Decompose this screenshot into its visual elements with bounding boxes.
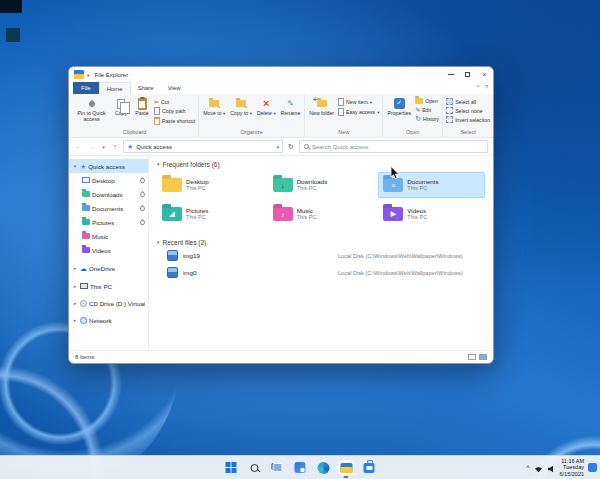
- open-button[interactable]: Open: [415, 98, 439, 104]
- taskbar-search-button[interactable]: [246, 459, 263, 476]
- chevron-right-icon[interactable]: ▸: [72, 300, 78, 306]
- up-button[interactable]: ↑: [110, 143, 120, 150]
- move-to-button[interactable]: → Move to ▾: [202, 96, 226, 128]
- sidebar-item-videos[interactable]: Videos: [69, 243, 148, 257]
- edit-button[interactable]: ✎ Edit: [415, 106, 439, 113]
- folder-tile-pictures[interactable]: ◢ Pictures This PC: [157, 201, 264, 227]
- search-box[interactable]: [299, 140, 488, 153]
- delete-button[interactable]: × Delete ▾: [256, 96, 277, 128]
- hidden-icons-chevron[interactable]: ^: [526, 464, 529, 471]
- select-none-button[interactable]: Select none: [446, 107, 490, 114]
- maximize-button[interactable]: [459, 67, 476, 82]
- titlebar[interactable]: ▾ File Explorer ×: [69, 67, 493, 82]
- status-bar: 8 items: [69, 350, 493, 363]
- music-note-icon: ♪: [273, 207, 293, 221]
- sidebar-item-this-pc[interactable]: ▸ This PC: [69, 279, 148, 293]
- help-icon[interactable]: ?: [485, 84, 488, 90]
- pin-to-quick-access-button[interactable]: Pin to Quick access: [74, 96, 109, 128]
- details-view-button[interactable]: [468, 354, 476, 360]
- folder-tile-desktop[interactable]: Desktop This PC: [157, 172, 264, 198]
- edge-button[interactable]: [315, 459, 332, 476]
- rename-button[interactable]: ✎ Rename: [280, 96, 302, 128]
- recent-file-img19[interactable]: img19 Local Disk (C:\Windows\Web\Wallpap…: [157, 247, 485, 264]
- search-input[interactable]: [312, 144, 483, 150]
- tab-share[interactable]: Share: [131, 82, 161, 94]
- easy-access-button[interactable]: Easy access ▾: [338, 108, 379, 116]
- paste-shortcut-button[interactable]: Paste shortcut: [154, 117, 195, 125]
- invert-selection-button[interactable]: Invert selection: [446, 116, 490, 123]
- thumbnails-view-button[interactable]: [479, 354, 487, 360]
- tab-view[interactable]: View: [161, 82, 188, 94]
- delete-icon: ×: [263, 98, 269, 109]
- sidebar-item-documents[interactable]: Documents: [69, 201, 148, 215]
- group-label: Select: [446, 128, 490, 137]
- sidebar-item-cd-drive[interactable]: ▸ CD Drive (D:) Virtual: [69, 296, 148, 310]
- tab-home[interactable]: Home: [99, 82, 131, 94]
- copy-path-button[interactable]: Copy path: [154, 107, 195, 115]
- task-view-button[interactable]: [269, 459, 286, 476]
- qat-dropdown-icon[interactable]: ▾: [87, 72, 90, 78]
- store-button[interactable]: [361, 459, 378, 476]
- new-folder-button[interactable]: + New folder: [308, 96, 335, 128]
- start-button[interactable]: [223, 459, 240, 476]
- minimize-button[interactable]: [442, 67, 459, 82]
- forward-button[interactable]: →: [87, 143, 97, 150]
- copy-button[interactable]: Copy: [112, 96, 130, 128]
- documents-folder-icon: [82, 205, 90, 211]
- chevron-right-icon[interactable]: ▸: [72, 265, 78, 271]
- windows-logo-icon: [226, 462, 237, 473]
- cut-button[interactable]: ✂ Cut: [154, 98, 195, 105]
- widgets-button[interactable]: [292, 459, 309, 476]
- wifi-icon[interactable]: [534, 459, 543, 477]
- file-name: img19: [183, 252, 333, 259]
- invert-selection-icon: [446, 116, 453, 123]
- breadcrumb[interactable]: Quick access: [136, 144, 172, 150]
- ribbon-group-open: ✓ Properties Open ✎ Edit ↻: [383, 95, 443, 137]
- notification-badge[interactable]: [588, 463, 597, 472]
- select-none-icon: [446, 107, 453, 114]
- folder-tile-music[interactable]: ♪ Music This PC: [268, 201, 375, 227]
- window-title: File Explorer: [95, 72, 129, 78]
- recent-locations-dropdown[interactable]: ▾: [100, 144, 107, 150]
- close-button[interactable]: ×: [476, 67, 493, 82]
- sidebar-item-quick-access[interactable]: ▾ ★ Quick access: [69, 159, 148, 173]
- paste-button[interactable]: Paste: [133, 96, 151, 128]
- sidebar-item-pictures[interactable]: Pictures: [69, 215, 148, 229]
- sidebar-item-network[interactable]: ▸ Network: [69, 313, 148, 327]
- group-label: Open: [386, 128, 439, 137]
- folder-tile-videos[interactable]: ▶ Videos This PC: [378, 201, 485, 227]
- videos-folder-icon: [82, 247, 90, 253]
- pin-icon: [139, 176, 146, 183]
- recent-file-img0[interactable]: img0 Local Disk (C:\Windows\Web\Wallpape…: [157, 264, 485, 281]
- address-bar: ← → ▾ ↑ ★ Quick access ▾ ↻: [69, 138, 493, 156]
- button-label: Edit: [422, 107, 431, 113]
- collapse-ribbon-icon[interactable]: ^: [477, 84, 480, 90]
- folder-tile-downloads[interactable]: ↓ Downloads This PC: [268, 172, 375, 198]
- volume-icon[interactable]: [547, 459, 556, 477]
- sidebar-item-music[interactable]: Music: [69, 229, 148, 243]
- copy-to-button[interactable]: → Copy to ▾: [229, 96, 253, 128]
- recent-files-header[interactable]: ▾ Recent files (2): [157, 237, 485, 247]
- address-box[interactable]: ★ Quick access ▾: [123, 140, 283, 153]
- chevron-down-icon[interactable]: ▾: [72, 163, 78, 169]
- back-button[interactable]: ←: [74, 143, 84, 150]
- file-explorer-taskbar-button[interactable]: [338, 459, 355, 476]
- arrow-icon: →: [216, 103, 222, 109]
- sidebar-item-downloads[interactable]: Downloads: [69, 187, 148, 201]
- button-label: Cut: [161, 99, 169, 105]
- sidebar-item-onedrive[interactable]: ▸ ☁ OneDrive: [69, 261, 148, 275]
- new-item-button[interactable]: New item ▾: [338, 98, 379, 106]
- refresh-button[interactable]: ↻: [286, 143, 296, 151]
- chevron-right-icon[interactable]: ▸: [72, 283, 78, 289]
- tab-file[interactable]: File: [73, 82, 99, 94]
- properties-button[interactable]: ✓ Properties: [386, 96, 412, 128]
- clock[interactable]: 11:16 AM Tuesday 6/15/2021: [560, 458, 584, 477]
- select-all-button[interactable]: Select all: [446, 98, 490, 105]
- chevron-right-icon[interactable]: ▸: [72, 317, 78, 323]
- sidebar-item-desktop[interactable]: Desktop: [69, 173, 148, 187]
- history-button[interactable]: ↻ History: [415, 115, 439, 123]
- chevron-down-icon[interactable]: ▾: [157, 161, 160, 167]
- chevron-down-icon[interactable]: ▾: [157, 239, 160, 245]
- frequent-folders-header[interactable]: ▾ Frequent folders (6): [157, 159, 485, 169]
- address-dropdown-icon[interactable]: ▾: [276, 144, 279, 150]
